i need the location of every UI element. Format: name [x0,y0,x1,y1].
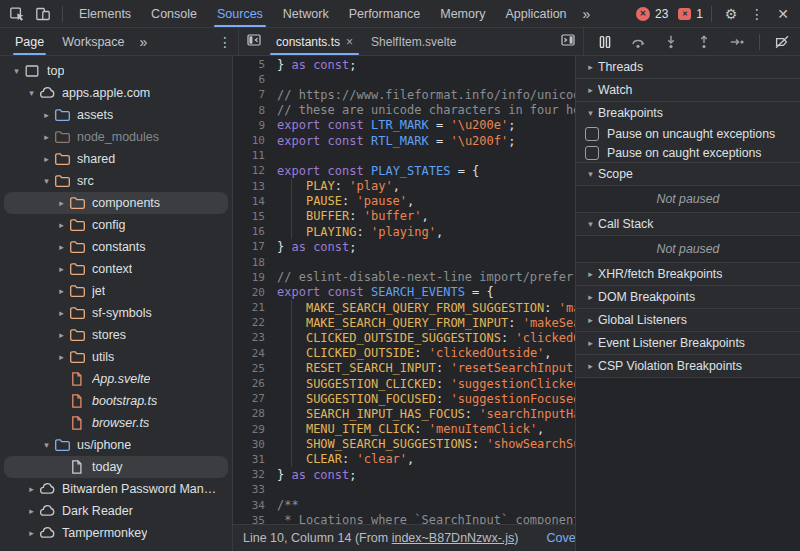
line-number: 30 [233,438,265,451]
checkbox-pause-uncaught[interactable] [585,127,599,141]
tree-item-src[interactable]: ▾src [4,170,228,192]
file-tab-shelfitem-svelte[interactable]: ShelfItem.svelte [362,28,465,55]
chevron-down-icon[interactable]: ▾ [10,66,23,76]
chevron-right-icon[interactable]: ▸ [40,154,53,164]
tree-item-sf-symbols[interactable]: ▸sf-symbols [4,302,228,324]
tree-item-tampermonkey[interactable]: ▸Tampermonkey [4,522,228,544]
navigator-tab-workspace[interactable]: Workspace [53,28,133,55]
step-into-icon[interactable] [658,30,684,54]
hide-navigator-icon[interactable] [241,28,267,52]
chevron-down-icon[interactable]: ▾ [40,440,53,450]
chevron-right-icon[interactable]: ▸ [55,286,68,296]
tree-item-us-iphone[interactable]: ▾us/iphone [4,434,228,456]
panel-tab-console[interactable]: Console [141,0,207,27]
close-devtools-icon[interactable]: ✕ [770,2,796,26]
chevron-right-icon[interactable]: ▸ [55,264,68,274]
step-icon[interactable] [724,30,750,54]
chevron-right-icon[interactable]: ▸ [55,308,68,318]
panel-tab-application[interactable]: Application [495,0,576,27]
chevron-right-icon[interactable]: ▸ [55,330,68,340]
tree-item-today[interactable]: today [4,456,228,478]
tree-item-context[interactable]: ▸context [4,258,228,280]
tree-item-dark-reader[interactable]: ▸Dark Reader [4,500,228,522]
sidebar-section-event-listener-breakpoints[interactable]: ▸Event Listener Breakpoints [576,331,800,354]
tree-item-apps-apple-com[interactable]: ▾apps.apple.com [4,82,228,104]
tree-item-top[interactable]: ▾top [4,60,228,82]
sidebar-section-call-stack[interactable]: ▾Call Stack [576,212,800,235]
issues-badge[interactable]: ✕ 1 [678,7,703,21]
source-map-link[interactable]: index~B87DnNzwx-.js [392,531,515,545]
sidebar-section-threads[interactable]: ▸Threads [576,56,800,78]
tree-item-app-svelte[interactable]: App.svelte [4,368,228,390]
panel-tab-memory[interactable]: Memory [430,0,495,27]
chevron-right-icon[interactable]: ▸ [25,506,38,516]
sidebar-section-breakpoints[interactable]: ▾Breakpoints [576,101,800,124]
chevron-down-icon[interactable]: ▾ [25,88,38,98]
code-line: 15 BUFFER: 'buffer', [233,209,575,224]
step-out-icon[interactable] [691,30,717,54]
tree-item-shared[interactable]: ▸shared [4,148,228,170]
tree-item-bitwarden-password-man[interactable]: ▸Bitwarden Password Man… [4,478,228,500]
tree-item-stores[interactable]: ▸stores [4,324,228,346]
code-editor[interactable]: 5} as const;67// https://www.fileformat.… [233,56,575,524]
sidebar-section-global-listeners[interactable]: ▸Global Listeners [576,308,800,331]
pause-script-icon[interactable] [592,30,618,54]
chevron-right-icon[interactable]: ▸ [55,198,68,208]
code-text: /** [277,498,299,512]
file-tab-constants-ts[interactable]: constants.ts× [267,28,362,55]
chevron-right-icon[interactable]: ▸ [55,220,68,230]
chevron-right-icon: ▸ [583,315,598,325]
device-toolbar-icon[interactable] [30,2,56,26]
tree-item-node-modules[interactable]: ▸node_modules [4,126,228,148]
tree-item-jet[interactable]: ▸jet [4,280,228,302]
more-navigator-tabs-icon[interactable]: » [134,34,154,50]
tree-item-bootstrap-ts[interactable]: bootstrap.ts [4,390,228,412]
sidebar-section-csp-violation-breakpoints[interactable]: ▸CSP Violation Breakpoints [576,354,800,377]
error-count: 23 [655,7,668,21]
tree-item-label: Tampermonkey [62,526,147,540]
close-tab-icon[interactable]: × [346,36,353,48]
chevron-right-icon[interactable]: ▸ [40,132,53,142]
line-number: 16 [233,225,265,238]
line-number: 26 [233,377,265,390]
indent-guide-line [291,391,292,406]
deactivate-breakpoints-icon[interactable] [769,30,795,54]
tree-item-assets[interactable]: ▸assets [4,104,228,126]
inspect-element-icon[interactable] [4,2,30,26]
checkbox-row-pause-uncaught[interactable]: Pause on uncaught exceptions [576,124,800,143]
chevron-right-icon[interactable]: ▸ [25,528,38,538]
checkbox-pause-caught[interactable] [585,146,599,160]
tree-item-utils[interactable]: ▸utils [4,346,228,368]
navigator-menu-icon[interactable]: ⋮ [212,30,238,54]
sidebar-section-xhr-fetch-breakpoints[interactable]: ▸XHR/fetch Breakpoints [576,262,800,285]
code-line: 28 SEARCH_INPUT_HAS_FOCUS: 'searchInputH… [233,406,575,421]
settings-gear-icon[interactable]: ⚙ [718,2,744,26]
sidebar-section-watch[interactable]: ▸Watch [576,78,800,101]
chevron-right-icon[interactable]: ▸ [40,110,53,120]
panel-tab-sources[interactable]: Sources [207,0,273,27]
chevron-down-icon: ▾ [583,108,598,118]
console-errors-badge[interactable]: ✕ 23 [636,7,668,21]
tree-item-browser-ts[interactable]: browser.ts [4,412,228,434]
step-over-icon[interactable] [625,30,651,54]
panel-tab-network[interactable]: Network [273,0,339,27]
panel-tab-performance[interactable]: Performance [339,0,431,27]
checkbox-row-pause-caught[interactable]: Pause on caught exceptions [576,143,800,162]
chevron-down-icon[interactable]: ▾ [40,176,53,186]
navigator-tab-page[interactable]: Page [6,28,53,55]
chevron-right-icon[interactable]: ▸ [55,242,68,252]
chevron-right-icon[interactable]: ▸ [25,484,38,494]
tree-item-config[interactable]: ▸config [4,214,228,236]
coverage-link[interactable]: Covera [546,531,575,545]
tree-item-constants[interactable]: ▸constants [4,236,228,258]
tree-item-components[interactable]: ▸components [4,192,228,214]
more-panels-icon[interactable]: » [577,6,597,22]
code-line: 6 [233,72,575,87]
show-debugger-sidebar-icon[interactable] [555,28,581,52]
panel-tab-elements[interactable]: Elements [69,0,141,27]
chevron-right-icon[interactable]: ▸ [55,352,68,362]
sidebar-section-dom-breakpoints[interactable]: ▸DOM Breakpoints [576,285,800,308]
main-toolbar: ElementsConsoleSourcesNetworkPerformance… [0,0,800,28]
sidebar-section-scope[interactable]: ▾Scope [576,162,800,185]
kebab-menu-icon[interactable]: ⋮ [744,2,770,26]
